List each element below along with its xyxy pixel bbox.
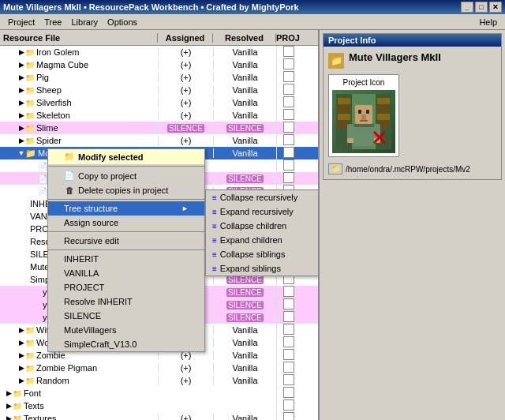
expand-icon[interactable]: ▶ (17, 137, 25, 144)
ctx-vanilla[interactable]: VANILLA (48, 266, 204, 280)
expand-icon[interactable]: ▶ (5, 402, 13, 410)
tree-row[interactable]: ▶ 📁 Slime SILENCE SILENCE (0, 122, 318, 134)
ctx-delete-copies[interactable]: 🗑 Delete copies in project (48, 183, 204, 197)
separator (48, 166, 204, 167)
row-label: Sheep (36, 85, 62, 95)
row-label: Silverfish (36, 98, 72, 107)
row-proj (276, 96, 300, 109)
separator (48, 199, 204, 200)
expand-icon[interactable]: ▶ (5, 414, 13, 420)
ctx-recursive-edit[interactable]: Recursive edit (48, 234, 204, 248)
submenu-collapse-recursively[interactable]: ≡ Collapse recursively (206, 190, 318, 204)
title-controls: _ □ ✕ (461, 2, 502, 13)
row-resolved: SILENCE (213, 287, 276, 297)
tree-row[interactable]: ▶ 📁 Spider (+) Vanilla (0, 134, 318, 147)
row-proj (276, 336, 300, 349)
tree-row[interactable]: ▶ 📁 Random (+) Vanilla (0, 374, 318, 387)
folder-icon: 📁 (25, 48, 35, 57)
expand-icon[interactable]: ▶ (17, 339, 25, 347)
tree-row[interactable]: ▶ 📁 Texts (0, 399, 318, 412)
folder-icon: 📁 (25, 351, 35, 360)
left-panel: Resource File Assigned Resolved PROJ ▶ 📁… (0, 30, 320, 420)
row-resolved: Vanilla (213, 47, 276, 57)
row-proj (276, 387, 300, 399)
expand-icon[interactable]: ▶ (17, 124, 25, 132)
svg-rect-23 (354, 124, 374, 127)
expand-icon[interactable]: ▶ (17, 364, 25, 372)
expand-icon[interactable]: ▶ (17, 48, 25, 56)
tree-row[interactable]: ▶ 📁 Textures (+) Vanilla (0, 412, 318, 420)
project-name: Mute Villagers MkII (349, 51, 441, 63)
expand-icon[interactable]: ▶ (17, 61, 25, 69)
tree-row[interactable]: ▶ 📁 Skeleton (+) Vanilla (0, 109, 318, 122)
tree-row[interactable]: ▶ 📁 Zombie Pigman (+) Vanilla (0, 362, 318, 374)
submenu-collapse-siblings[interactable]: ≡ Collapse siblings (206, 247, 318, 261)
submenu-collapse-children[interactable]: ≡ Collapse children (206, 219, 318, 233)
expand-icon[interactable]: ▼ (17, 149, 25, 157)
expand-icon[interactable]: ▶ (5, 389, 13, 397)
row-proj (276, 122, 300, 134)
ctx-project[interactable]: PROJECT (48, 280, 204, 294)
ctx-tree-structure[interactable]: Tree structure (48, 201, 204, 216)
folder-icon: 📁 (13, 414, 22, 421)
ctx-silence[interactable]: SILENCE (48, 309, 204, 323)
collapse-children-icon: ≡ (212, 222, 217, 231)
row-proj (276, 349, 300, 362)
tree-row[interactable]: ▶ 📁 Silverfish (+) Vanilla (0, 96, 318, 109)
submenu: ≡ Collapse recursively ≡ Expand recursiv… (205, 189, 318, 276)
folder-icon: 📁 (25, 364, 35, 373)
expand-icon[interactable]: ▶ (17, 351, 25, 359)
row-resolved: Vanilla (213, 148, 276, 158)
ctx-resolve-inherit[interactable]: Resolve INHERIT (48, 294, 204, 309)
ctx-copy-to-project[interactable]: 📄 Copy to project (48, 168, 204, 183)
tree-row[interactable]: ▶ 📁 Magma Cube (+) Vanilla (0, 58, 318, 71)
expand-icon[interactable]: ▶ (17, 86, 25, 94)
menu-help[interactable]: Help (474, 16, 502, 28)
submenu-expand-siblings[interactable]: ≡ Expand siblings (206, 261, 318, 276)
row-assigned: (+) (158, 111, 213, 120)
ctx-inherit[interactable]: INHERIT (48, 252, 204, 266)
file-icon: 📄 (38, 174, 47, 183)
menu-tree[interactable]: Tree (39, 16, 66, 28)
expand-icon[interactable]: ▶ (17, 377, 25, 384)
row-assigned: (+) (158, 136, 213, 145)
folder-icon: 📁 (25, 377, 35, 385)
svg-rect-3 (338, 98, 350, 104)
folder-icon: 📁 (25, 99, 35, 107)
menu-options[interactable]: Options (103, 16, 142, 28)
row-resolved: Vanilla (213, 73, 276, 82)
tree-row[interactable]: ▶ 📁 Sheep (+) Vanilla (0, 84, 318, 96)
expand-siblings-icon: ≡ (212, 264, 217, 273)
expand-icon[interactable]: ▶ (17, 326, 25, 334)
ctx-mutevillagers[interactable]: MuteVillagers (48, 323, 204, 337)
project-info-content: 📁 Mute Villagers MkII Project Icon (324, 47, 501, 179)
maximize-button[interactable]: □ (475, 2, 488, 13)
col-header-assigned: Assigned (158, 33, 213, 43)
row-label: Zombie Pigman (36, 363, 97, 373)
project-icon-box: Project Icon (328, 74, 399, 157)
row-label: Pig (36, 73, 49, 82)
row-assigned: (+) (158, 414, 213, 420)
ctx-simplecraft[interactable]: SimpleCraft_V13.0 (48, 337, 204, 351)
row-label: Slime (36, 123, 58, 133)
folder-icon: 📁 (13, 389, 22, 398)
expand-icon[interactable]: ▶ (17, 111, 25, 119)
tree-row[interactable]: ▶ 📁 Font (0, 387, 318, 399)
svg-rect-9 (377, 114, 390, 120)
tree-row[interactable]: ▶ 📁 Pig (+) Vanilla (0, 71, 318, 84)
close-button[interactable]: ✕ (489, 2, 502, 13)
menu-project[interactable]: Project (3, 16, 39, 28)
menu-library[interactable]: Library (66, 16, 103, 28)
expand-icon[interactable]: ▶ (17, 99, 25, 107)
row-label: Magma Cube (36, 60, 88, 69)
row-resolved: Vanilla (213, 414, 276, 420)
context-menu: 📁 Modify selected 📄 Copy to project 🗑 De… (47, 148, 205, 352)
minimize-button[interactable]: _ (461, 2, 473, 13)
submenu-expand-children[interactable]: ≡ Expand children (206, 233, 318, 247)
expand-icon[interactable]: ▶ (17, 73, 25, 81)
submenu-expand-recursively[interactable]: ≡ Expand recursively (206, 204, 318, 219)
row-assigned: (+) (158, 363, 213, 373)
ctx-assign-source[interactable]: Assign source (48, 216, 204, 230)
collapse-recursively-icon: ≡ (212, 193, 217, 202)
tree-row[interactable]: ▶ 📁 Iron Golem (+) Vanilla (0, 46, 318, 58)
